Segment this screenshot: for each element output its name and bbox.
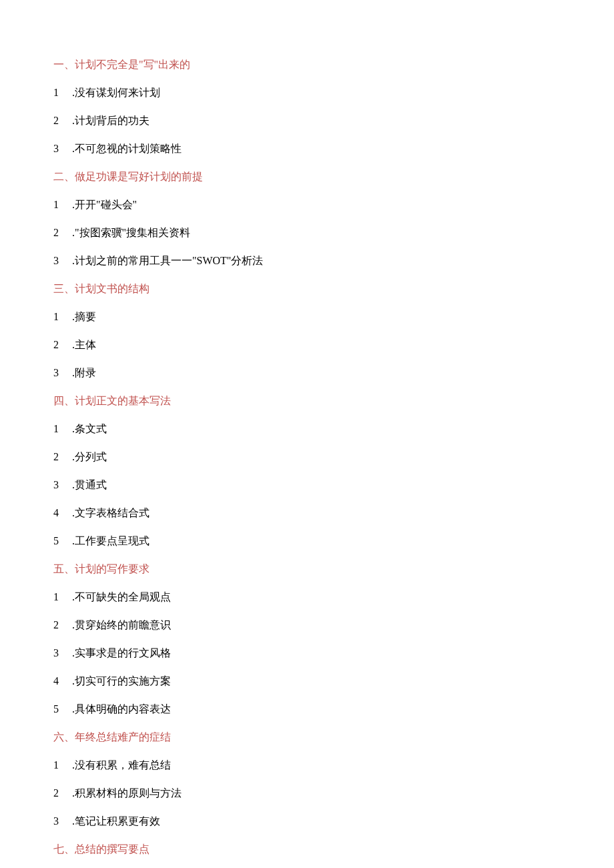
list-item: 1.不可缺失的全局观点 (53, 589, 561, 605)
list-item: 1.条文式 (53, 421, 561, 437)
item-number: 1 (53, 85, 72, 101)
item-text: .切实可行的实施方案 (72, 673, 171, 689)
list-item: 2.主体 (53, 337, 561, 353)
item-text: .不可缺失的全局观点 (72, 589, 171, 605)
item-number: 5 (53, 701, 72, 717)
section-heading: 三、计划文书的结构 (53, 281, 561, 297)
item-number: 2 (53, 617, 72, 633)
list-item: 4.切实可行的实施方案 (53, 673, 561, 689)
item-number: 2 (53, 113, 72, 129)
section-heading: 七、总结的撰写要点 (53, 841, 561, 857)
item-text: .摘要 (72, 309, 96, 325)
list-item: 1.开开"碰头会" (53, 197, 561, 213)
document-outline: 一、计划不完全是"写"出来的1.没有谋划何来计划2.计划背后的功夫3.不可忽视的… (53, 57, 561, 857)
list-item: 1.没有谋划何来计划 (53, 85, 561, 101)
section-heading: 四、计划正文的基本写法 (53, 393, 561, 409)
list-item: 2."按图索骥"搜集相关资料 (53, 225, 561, 241)
section-heading: 五、计划的写作要求 (53, 561, 561, 577)
list-item: 2.贯穿始终的前瞻意识 (53, 617, 561, 633)
item-text: .文字表格结合式 (72, 505, 149, 521)
item-text: .实事求是的行文风格 (72, 645, 171, 661)
item-text: .贯通式 (72, 477, 107, 493)
list-item: 3.实事求是的行文风格 (53, 645, 561, 661)
list-item: 3.笔记让积累更有效 (53, 813, 561, 829)
item-number: 3 (53, 365, 72, 381)
item-text: .附录 (72, 365, 96, 381)
item-number: 3 (53, 253, 72, 269)
section-heading: 一、计划不完全是"写"出来的 (53, 57, 561, 73)
list-item: 5.具体明确的内容表达 (53, 701, 561, 717)
list-item: 2.积累材料的原则与方法 (53, 785, 561, 801)
item-number: 2 (53, 225, 72, 241)
item-number: 3 (53, 477, 72, 493)
item-text: .积累材料的原则与方法 (72, 785, 182, 801)
list-item: 3.贯通式 (53, 477, 561, 493)
list-item: 2.计划背后的功夫 (53, 113, 561, 129)
list-item: 5.工作要点呈现式 (53, 533, 561, 549)
item-number: 1 (53, 589, 72, 605)
item-text: .不可忽视的计划策略性 (72, 141, 182, 157)
item-text: .条文式 (72, 421, 107, 437)
item-number: 4 (53, 673, 72, 689)
item-number: 2 (53, 449, 72, 465)
item-text: .分列式 (72, 449, 107, 465)
item-text: .工作要点呈现式 (72, 533, 149, 549)
section-heading: 二、做足功课是写好计划的前提 (53, 169, 561, 185)
item-number: 1 (53, 757, 72, 773)
list-item: 4.文字表格结合式 (53, 505, 561, 521)
item-text: ."按图索骥"搜集相关资料 (72, 225, 190, 241)
item-text: .开开"碰头会" (72, 197, 137, 213)
item-text: .笔记让积累更有效 (72, 813, 160, 829)
item-number: 2 (53, 785, 72, 801)
item-number: 1 (53, 197, 72, 213)
item-text: .贯穿始终的前瞻意识 (72, 617, 171, 633)
item-number: 3 (53, 141, 72, 157)
item-text: .没有谋划何来计划 (72, 85, 160, 101)
item-text: .计划背后的功夫 (72, 113, 149, 129)
list-item: 3.计划之前的常用工具一一"SWOT"分析法 (53, 253, 561, 269)
item-text: .没有积累，难有总结 (72, 757, 171, 773)
item-number: 1 (53, 421, 72, 437)
list-item: 2.分列式 (53, 449, 561, 465)
section-heading: 六、年终总结难产的症结 (53, 729, 561, 745)
list-item: 1.摘要 (53, 309, 561, 325)
list-item: 3.不可忽视的计划策略性 (53, 141, 561, 157)
item-text: .计划之前的常用工具一一"SWOT"分析法 (72, 253, 263, 269)
list-item: 1.没有积累，难有总结 (53, 757, 561, 773)
item-number: 2 (53, 337, 72, 353)
list-item: 3.附录 (53, 365, 561, 381)
item-number: 3 (53, 813, 72, 829)
item-number: 1 (53, 309, 72, 325)
item-number: 5 (53, 533, 72, 549)
item-number: 4 (53, 505, 72, 521)
item-text: .具体明确的内容表达 (72, 701, 171, 717)
item-number: 3 (53, 645, 72, 661)
item-text: .主体 (72, 337, 96, 353)
